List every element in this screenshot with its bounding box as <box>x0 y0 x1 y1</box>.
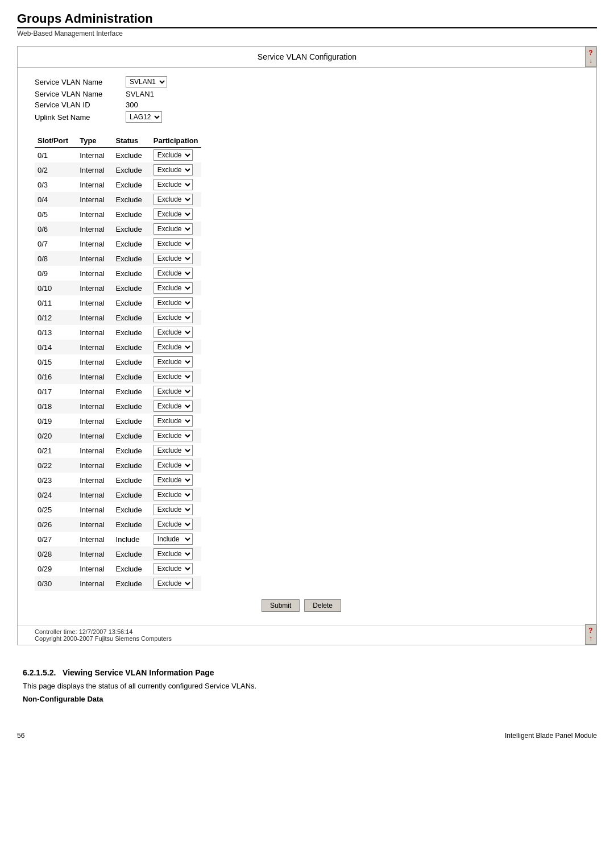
cell-participation[interactable]: ExcludeIncludeTagged <box>151 207 201 222</box>
cell-participation[interactable]: ExcludeIncludeTagged <box>151 502 201 517</box>
participation-select[interactable]: ExcludeIncludeTagged <box>154 548 193 560</box>
cell-participation[interactable]: ExcludeIncludeTagged <box>151 443 201 458</box>
participation-select[interactable]: ExcludeIncludeTagged <box>154 460 193 471</box>
cell-participation[interactable]: ExcludeIncludeTagged <box>151 310 201 325</box>
cell-participation[interactable]: ExcludeIncludeTagged <box>151 162 201 177</box>
participation-select[interactable]: ExcludeIncludeTagged <box>154 356 193 368</box>
cell-participation[interactable]: ExcludeIncludeTagged <box>151 266 201 281</box>
participation-select[interactable]: ExcludeIncludeTagged <box>154 238 193 249</box>
participation-select[interactable]: ExcludeIncludeTagged <box>154 297 193 308</box>
cell-participation[interactable]: ExcludeIncludeTagged <box>151 222 201 236</box>
table-row: 0/17InternalExcludeExcludeIncludeTagged <box>35 384 201 399</box>
cell-participation[interactable]: ExcludeIncludeTagged <box>151 281 201 295</box>
page-subtitle: Web-Based Management Interface <box>17 30 597 37</box>
cell-slot-port: 0/6 <box>35 222 77 236</box>
cell-slot-port: 0/9 <box>35 266 77 281</box>
cell-participation[interactable]: ExcludeIncludeTagged <box>151 487 201 502</box>
cell-participation[interactable]: ExcludeIncludeTagged <box>151 369 201 384</box>
cell-participation[interactable]: ExcludeIncludeTagged <box>151 414 201 428</box>
cell-participation[interactable]: ExcludeIncludeTagged <box>151 295 201 310</box>
cell-status: Include <box>113 532 151 546</box>
label-uplink-set-name: Uplink Set Name <box>35 113 126 122</box>
participation-select[interactable]: ExcludeIncludeTagged <box>154 474 193 486</box>
cell-participation[interactable]: ExcludeIncludeTagged <box>151 399 201 414</box>
cell-participation[interactable]: ExcludeIncludeTagged <box>151 428 201 443</box>
cell-participation[interactable]: ExcludeIncludeTagged <box>151 458 201 473</box>
cell-slot-port: 0/19 <box>35 414 77 428</box>
cell-participation[interactable]: ExcludeIncludeTagged <box>151 325 201 340</box>
cell-status: Exclude <box>113 192 151 207</box>
participation-select[interactable]: ExcludeIncludeTagged <box>154 415 193 427</box>
cell-status: Exclude <box>113 295 151 310</box>
cell-participation[interactable]: ExcludeIncludeTagged <box>151 473 201 487</box>
participation-select[interactable]: ExcludeIncludeTagged <box>154 386 193 397</box>
cell-participation[interactable]: ExcludeIncludeTagged <box>151 354 201 369</box>
participation-select[interactable]: ExcludeIncludeTagged <box>154 253 193 264</box>
participation-select[interactable]: ExcludeIncludeTagged <box>154 223 193 235</box>
scroll-up-icon-bottom[interactable]: ? <box>588 627 592 635</box>
participation-select[interactable]: ExcludeIncludeTagged <box>154 341 193 353</box>
cell-participation[interactable]: ExcludeIncludeTagged <box>151 561 201 576</box>
table-row: 0/29InternalExcludeExcludeIncludeTagged <box>35 561 201 576</box>
cell-participation[interactable]: ExcludeIncludeTagged <box>151 384 201 399</box>
cell-status: Exclude <box>113 502 151 517</box>
participation-select[interactable]: ExcludeIncludeTagged <box>154 179 193 190</box>
col-header-status: Status <box>113 134 151 148</box>
participation-select[interactable]: ExcludeIncludeTagged <box>154 327 193 338</box>
cell-type: Internal <box>77 222 113 236</box>
participation-select[interactable]: ExcludeIncludeTagged <box>154 208 193 220</box>
cell-participation[interactable]: ExcludeIncludeTagged <box>151 517 201 532</box>
table-row: 0/30InternalExcludeExcludeIncludeTagged <box>35 576 201 591</box>
participation-select[interactable]: ExcludeIncludeTagged <box>154 268 193 279</box>
cell-type: Internal <box>77 384 113 399</box>
scroll-indicator-bottom[interactable]: ? ↑ <box>585 624 596 645</box>
participation-select[interactable]: ExcludeIncludeTagged <box>154 563 193 574</box>
participation-select[interactable]: ExcludeIncludeTagged <box>154 149 193 161</box>
footer-section: Controller time: 12/7/2007 13:56:14 Copy… <box>18 625 596 645</box>
cell-participation[interactable]: ExcludeIncludeTagged <box>151 251 201 266</box>
scroll-indicator-top[interactable]: ? ↓ <box>585 47 596 67</box>
cell-participation[interactable]: ExcludeIncludeTagged <box>151 177 201 192</box>
participation-select[interactable]: ExcludeIncludeTagged <box>154 164 193 176</box>
participation-select[interactable]: ExcludeIncludeTagged <box>154 578 193 589</box>
scroll-up-icon[interactable]: ? <box>588 49 592 57</box>
cell-status: Exclude <box>113 458 151 473</box>
participation-select[interactable]: ExcludeIncludeTagged <box>154 445 193 456</box>
participation-select[interactable]: ExcludeIncludeTagged <box>154 371 193 382</box>
table-row: 0/24InternalExcludeExcludeIncludeTagged <box>35 487 201 502</box>
cell-participation[interactable]: ExcludeIncludeTagged <box>151 576 201 591</box>
cell-participation[interactable]: ExcludeIncludeTagged <box>151 148 201 163</box>
cell-slot-port: 0/26 <box>35 517 77 532</box>
table-row: 0/20InternalExcludeExcludeIncludeTagged <box>35 428 201 443</box>
cell-slot-port: 0/10 <box>35 281 77 295</box>
cell-participation[interactable]: ExcludeIncludeTagged <box>151 192 201 207</box>
delete-button[interactable]: Delete <box>304 599 341 612</box>
cell-status: Exclude <box>113 281 151 295</box>
participation-select[interactable]: ExcludeIncludeTagged <box>154 194 193 205</box>
cell-type: Internal <box>77 266 113 281</box>
participation-select[interactable]: ExcludeIncludeTagged <box>154 489 193 500</box>
participation-select[interactable]: ExcludeIncludeTagged <box>154 400 193 412</box>
cell-participation[interactable]: ExcludeIncludeTagged <box>151 532 201 546</box>
submit-button[interactable]: Submit <box>262 599 300 612</box>
cell-status: Exclude <box>113 340 151 354</box>
cell-participation[interactable]: ExcludeIncludeTagged <box>151 546 201 561</box>
scroll-down-arrow[interactable]: ↓ <box>589 57 592 65</box>
doc-section-title: 6.2.1.5.2. Viewing Service VLAN Informat… <box>23 668 591 677</box>
cell-participation[interactable]: ExcludeIncludeTagged <box>151 340 201 354</box>
doc-section-bold-label: Non-Configurable Data <box>23 695 591 703</box>
cell-participation[interactable]: ExcludeIncludeTagged <box>151 236 201 251</box>
participation-select[interactable]: ExcludeIncludeTagged <box>154 430 193 441</box>
participation-select[interactable]: ExcludeIncludeTagged <box>154 282 193 294</box>
uplink-set-name-select[interactable]: LAG12 <box>126 111 162 123</box>
cell-type: Internal <box>77 325 113 340</box>
scroll-up-arrow[interactable]: ↑ <box>589 635 592 642</box>
service-vlan-name-select[interactable]: SVLAN1 <box>126 76 167 87</box>
participation-select[interactable]: ExcludeIncludeTagged <box>154 504 193 515</box>
participation-select[interactable]: ExcludeIncludeTagged <box>154 533 193 545</box>
cell-slot-port: 0/29 <box>35 561 77 576</box>
table-row: 0/3InternalExcludeExcludeIncludeTagged <box>35 177 201 192</box>
participation-select[interactable]: ExcludeIncludeTagged <box>154 312 193 323</box>
cell-type: Internal <box>77 502 113 517</box>
participation-select[interactable]: ExcludeIncludeTagged <box>154 519 193 530</box>
